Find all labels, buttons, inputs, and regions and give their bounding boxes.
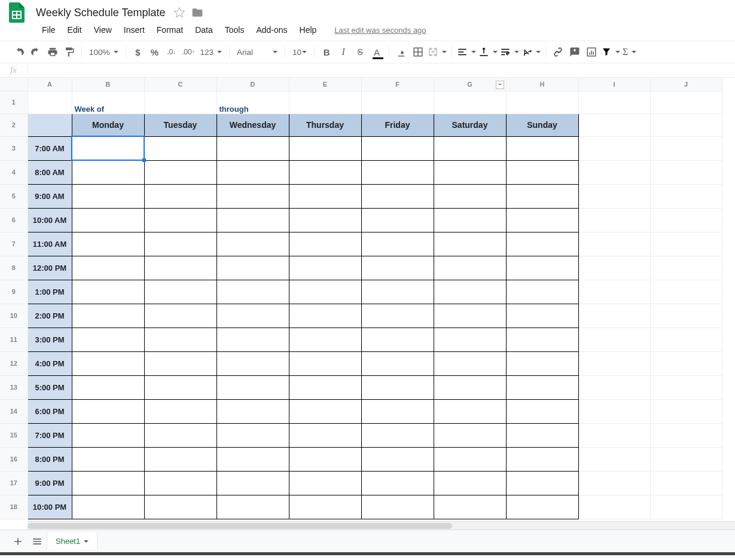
cell-H3[interactable] (506, 136, 578, 160)
cell-E6[interactable] (289, 208, 361, 232)
cell-F13[interactable] (361, 375, 434, 399)
cell-A2[interactable] (28, 114, 72, 136)
cell-F12[interactable] (361, 351, 434, 375)
menu-insert[interactable]: Insert (118, 23, 151, 37)
cell-J3[interactable] (650, 136, 722, 160)
cell-E10[interactable] (289, 304, 361, 328)
col-header-B[interactable]: B (72, 78, 144, 91)
cell-B12[interactable] (72, 351, 144, 375)
cell-B3[interactable] (72, 136, 144, 160)
italic-button[interactable]: I (335, 44, 352, 60)
cell-B6[interactable] (72, 208, 144, 232)
cell-C17[interactable] (144, 471, 216, 495)
cell-G10[interactable] (434, 304, 506, 328)
cell-I5[interactable] (578, 184, 650, 208)
cell-D8[interactable] (216, 256, 289, 280)
row-header-2[interactable]: 2 (0, 114, 28, 136)
cell-I15[interactable] (578, 423, 650, 447)
row-header-10[interactable]: 10 (0, 304, 28, 328)
borders-button[interactable] (410, 44, 426, 60)
cell-J1[interactable] (650, 91, 722, 114)
cell-A5-time[interactable]: 9:00 AM (28, 184, 72, 208)
cell-B16[interactable] (72, 447, 144, 471)
cell-G4[interactable] (434, 160, 506, 184)
cell-D9[interactable] (216, 280, 289, 304)
cell-J9[interactable] (650, 280, 722, 304)
cell-J13[interactable] (650, 375, 722, 399)
cell-A16-time[interactable]: 8:00 PM (28, 447, 72, 471)
cell-C5[interactable] (144, 184, 216, 208)
cell-A1[interactable] (28, 91, 72, 114)
cell-D7[interactable] (216, 232, 289, 256)
cell-A18-time[interactable]: 10:00 PM (28, 495, 72, 519)
cell-F15[interactable] (361, 423, 434, 447)
row-header-7[interactable]: 7 (0, 232, 28, 256)
row-header-13[interactable]: 13 (0, 375, 28, 399)
row-header-12[interactable]: 12 (0, 351, 28, 375)
cell-F7[interactable] (361, 232, 434, 256)
cell-H6[interactable] (506, 208, 578, 232)
cell-E13[interactable] (289, 375, 361, 399)
row-header-14[interactable]: 14 (0, 399, 28, 423)
cell-D13[interactable] (216, 375, 289, 399)
cell-D12[interactable] (216, 351, 289, 375)
cell-I14[interactable] (578, 399, 650, 423)
cell-B15[interactable] (72, 423, 144, 447)
cell-C11[interactable] (144, 328, 216, 351)
cell-E16[interactable] (289, 447, 361, 471)
cell-E9[interactable] (289, 280, 361, 304)
cell-H11[interactable] (506, 328, 578, 351)
cell-I3[interactable] (578, 136, 650, 160)
cell-B4[interactable] (72, 160, 144, 184)
all-sheets-button[interactable] (28, 532, 47, 551)
cell-D3[interactable] (216, 136, 289, 160)
cell-H1[interactable] (506, 91, 578, 114)
cell-G14[interactable] (434, 399, 506, 423)
col-header-F[interactable]: F (361, 78, 434, 91)
row-header-8[interactable]: 8 (0, 256, 28, 280)
cell-C18[interactable] (144, 495, 216, 519)
cell-J5[interactable] (650, 184, 722, 208)
text-wrap-dropdown[interactable] (499, 44, 520, 60)
col-header-H[interactable]: H (506, 78, 578, 91)
cell-H17[interactable] (506, 471, 578, 495)
cell-F5[interactable] (361, 184, 434, 208)
cell-A13-time[interactable]: 5:00 PM (28, 375, 72, 399)
cell-F14[interactable] (361, 399, 434, 423)
cell-A11-time[interactable]: 3:00 PM (28, 328, 72, 351)
cell-D11[interactable] (216, 328, 289, 351)
menu-edit[interactable]: Edit (62, 23, 88, 37)
more-formats-dropdown[interactable]: 123 (197, 44, 226, 60)
cell-I16[interactable] (578, 447, 650, 471)
menu-data[interactable]: Data (189, 23, 219, 37)
cell-G5[interactable] (434, 184, 506, 208)
cell-C1[interactable] (144, 91, 216, 114)
select-all-corner[interactable] (0, 78, 28, 91)
row-header-4[interactable]: 4 (0, 160, 28, 184)
cell-F1[interactable] (361, 91, 434, 114)
move-folder-icon[interactable] (191, 7, 203, 19)
cell-G6[interactable] (434, 208, 506, 232)
cell-G8[interactable] (434, 256, 506, 280)
cell-A10-time[interactable]: 2:00 PM (28, 304, 72, 328)
cell-C10[interactable] (144, 304, 216, 328)
cell-J16[interactable] (650, 447, 722, 471)
cell-E14[interactable] (289, 399, 361, 423)
cell-C12[interactable] (144, 351, 216, 375)
cell-C6[interactable] (144, 208, 216, 232)
insert-link-button[interactable] (550, 44, 566, 60)
horizontal-scrollbar[interactable] (28, 521, 735, 530)
cell-B18[interactable] (72, 495, 144, 519)
cell-I10[interactable] (578, 304, 650, 328)
cell-F18[interactable] (361, 495, 434, 519)
decrease-decimal-button[interactable]: .0↓ (163, 44, 180, 60)
cell-G9[interactable] (434, 280, 506, 304)
cell-E17[interactable] (289, 471, 361, 495)
insert-comment-button[interactable] (566, 44, 583, 60)
cell-G18[interactable] (434, 495, 506, 519)
row-header-17[interactable]: 17 (0, 471, 28, 495)
cell-H12[interactable] (506, 351, 578, 375)
cell-H8[interactable] (506, 256, 578, 280)
cell-F16[interactable] (361, 447, 434, 471)
cell-I1[interactable] (578, 91, 650, 114)
